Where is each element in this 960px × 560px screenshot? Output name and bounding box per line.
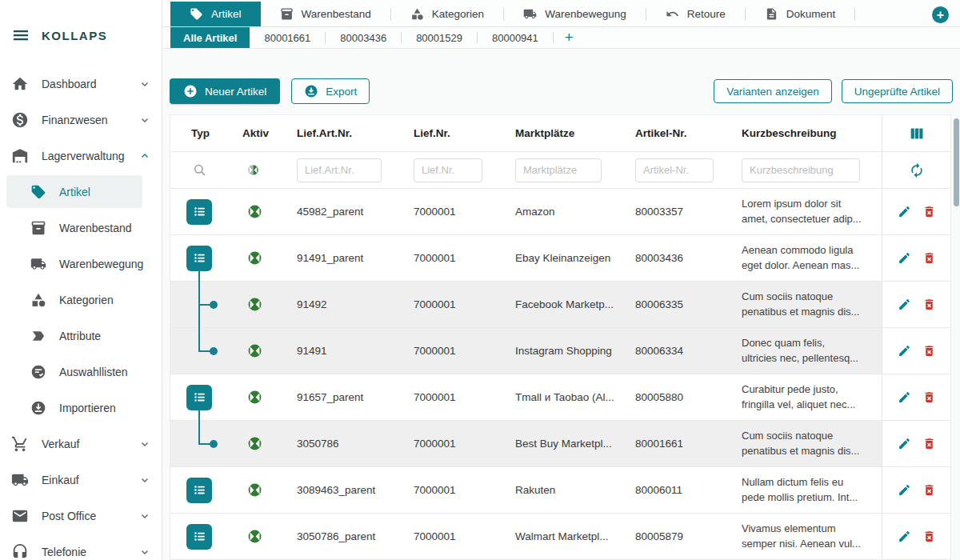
tree-node-dot	[210, 440, 218, 448]
tab-label: Artikel	[211, 8, 242, 20]
export-button[interactable]: Export	[291, 78, 370, 104]
article-type-button[interactable]	[186, 385, 212, 410]
filter-lief-nr-input[interactable]	[414, 158, 482, 182]
delete-icon[interactable]	[922, 437, 936, 450]
delete-icon[interactable]	[922, 344, 936, 358]
active-status-icon[interactable]	[247, 250, 262, 266]
sidebar-item-dashboard[interactable]: Dashboard	[0, 66, 162, 102]
delete-icon[interactable]	[922, 530, 936, 543]
article-type-button[interactable]	[186, 478, 212, 503]
main-tabbar: Artikel Warenbestand Kategorien Warenbew…	[162, 0, 960, 27]
articles-table: Typ Aktiv Lief.Art.Nr. Lief.Nr. Marktplä…	[170, 114, 951, 560]
edit-icon[interactable]	[898, 298, 911, 311]
subtab-article[interactable]: 80001661	[250, 27, 325, 48]
delete-icon[interactable]	[922, 390, 936, 404]
chevron-down-icon	[139, 78, 150, 90]
edit-icon[interactable]	[898, 205, 911, 218]
filter-typ-cell	[170, 152, 228, 188]
unchecked-articles-button[interactable]: Ungeprüfte Artikel	[842, 79, 953, 103]
delete-icon[interactable]	[922, 298, 936, 311]
delete-icon[interactable]	[922, 205, 936, 218]
active-status-icon[interactable]	[247, 390, 262, 405]
sidebar-item-importieren[interactable]: Importieren	[0, 390, 162, 426]
vertical-scrollbar-thumb[interactable]	[954, 118, 959, 206]
filter-artikel-nr-input[interactable]	[635, 158, 714, 182]
show-variants-label: Varianten anzeigen	[726, 86, 818, 98]
subtab-article[interactable]: 80000941	[478, 27, 553, 48]
hamburger-menu-icon[interactable]	[11, 26, 30, 45]
edit-icon[interactable]	[898, 390, 911, 404]
app-window: KOLLAPS Dashboard Finanzwesen Lagerverwa…	[0, 0, 960, 560]
sidebar-item-telefonie[interactable]: Telefonie	[0, 534, 162, 560]
subtab-alle-artikel[interactable]: Alle Artikel	[170, 27, 250, 48]
cell-marktplatz: Instagram Shopping	[502, 328, 619, 374]
tab-warenbestand[interactable]: Warenbestand	[261, 2, 390, 26]
delete-icon[interactable]	[922, 251, 936, 265]
edit-icon[interactable]	[898, 437, 911, 450]
toolbar: Neuer Artikel Export Varianten anzeigen …	[170, 78, 953, 104]
tab-dokument[interactable]: Dokument	[746, 2, 855, 26]
show-variants-button[interactable]: Varianten anzeigen	[714, 79, 831, 103]
tab-artikel[interactable]: Artikel	[170, 2, 261, 26]
unchecked-articles-label: Ungeprüfte Artikel	[854, 86, 940, 98]
sidebar-item-post-office[interactable]: Post Office	[0, 498, 162, 534]
tab-kategorien[interactable]: Kategorien	[391, 2, 503, 26]
article-type-button[interactable]	[186, 199, 212, 225]
subtab-article[interactable]: 80003436	[326, 27, 401, 48]
cell-marktplatz: Rakuten	[502, 467, 619, 513]
column-header-aktiv: Aktiv	[228, 115, 279, 151]
sidebar-item-warenbewegung[interactable]: Warenbewegung	[0, 246, 162, 282]
cell-lief-nr: 7000001	[399, 514, 502, 559]
sidebar-item-finanzwesen[interactable]: Finanzwesen	[0, 102, 162, 138]
filter-kurzbeschreibung-input[interactable]	[742, 158, 860, 182]
filter-marktplaetze-input[interactable]	[515, 158, 602, 182]
tab-warenbewegung[interactable]: Warenbewegung	[504, 2, 646, 26]
tab-retoure[interactable]: Retoure	[646, 2, 745, 26]
headset-icon	[11, 543, 29, 560]
tree-node-dot	[210, 347, 218, 355]
tab-label: Dokument	[786, 8, 836, 20]
new-article-button[interactable]: Neuer Artikel	[170, 78, 280, 104]
delete-icon[interactable]	[922, 483, 936, 497]
table-filter-row	[170, 152, 950, 189]
sidebar-item-auswahllisten[interactable]: Auswahllisten	[0, 354, 162, 390]
edit-icon[interactable]	[898, 251, 911, 265]
cell-lief-nr: 7000001	[399, 374, 502, 420]
cell-lief-art-nr: 91491	[279, 328, 399, 374]
sidebar-item-artikel[interactable]: Artikel	[0, 174, 162, 210]
sidebar-item-verkauf[interactable]: Verkauf	[0, 426, 162, 462]
refresh-icon[interactable]	[909, 162, 925, 178]
filter-lief-art-nr-input[interactable]	[297, 158, 382, 182]
cell-kurzbeschreibung: Donec quam felis,ultricies nec, pellente…	[742, 336, 858, 366]
add-tab-button[interactable]: +	[932, 6, 949, 23]
sidebar-item-warenbestand[interactable]: Warenbestand	[0, 210, 162, 246]
tab-label: Kategorien	[432, 8, 484, 20]
edit-icon[interactable]	[898, 530, 911, 543]
subtab-article[interactable]: 80001529	[402, 27, 477, 48]
sidebar-item-attribute[interactable]: Attribute	[0, 318, 162, 354]
chevron-down-icon	[139, 438, 150, 450]
sidebar-item-label: Kategorien	[59, 294, 114, 306]
edit-icon[interactable]	[898, 344, 911, 358]
sidebar-item-lagerverwaltung[interactable]: Lagerverwaltung	[0, 138, 162, 174]
active-status-icon[interactable]	[247, 204, 262, 219]
sidebar-item-kategorien[interactable]: Kategorien	[0, 282, 162, 318]
active-status-icon[interactable]	[247, 297, 262, 312]
chevron-down-icon	[139, 114, 150, 126]
active-state-filter-toggle[interactable]	[247, 164, 259, 176]
active-status-icon[interactable]	[247, 482, 262, 498]
column-header-lief-nr: Lief.Nr.	[399, 115, 502, 151]
sidebar-item-label: Attribute	[59, 330, 101, 342]
cell-lief-nr: 7000001	[399, 421, 502, 466]
edit-icon[interactable]	[898, 483, 911, 497]
sidebar-item-label: Verkauf	[42, 438, 79, 450]
sidebar-item-einkauf[interactable]: Einkauf	[0, 462, 162, 498]
active-status-icon[interactable]	[247, 529, 262, 544]
active-status-icon[interactable]	[247, 343, 262, 358]
columns-icon[interactable]	[908, 125, 926, 142]
column-header-artikel-nr: Artikel-Nr.	[619, 115, 729, 151]
add-subtab-button[interactable]: +	[554, 27, 585, 48]
article-type-button[interactable]	[186, 246, 212, 271]
article-type-button[interactable]	[186, 524, 212, 550]
active-status-icon[interactable]	[247, 436, 262, 451]
